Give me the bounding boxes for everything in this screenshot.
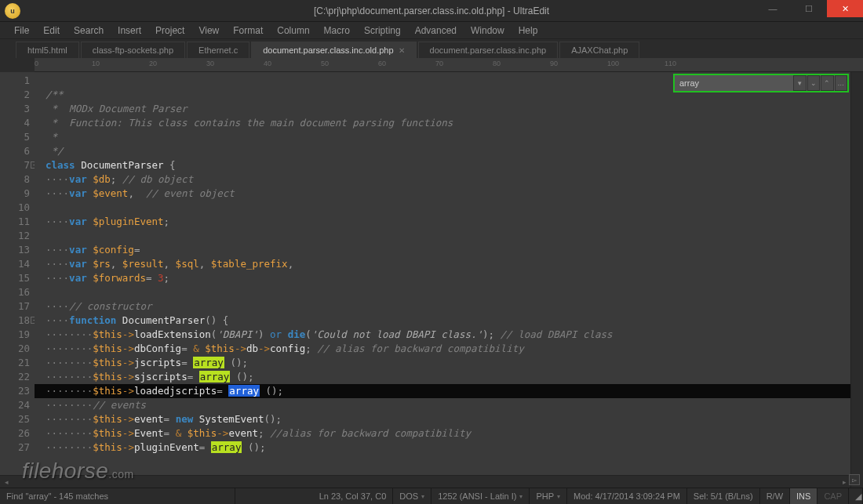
menu-scripting[interactable]: Scripting [358,24,407,38]
status-bar: Find "array" - 145 matches Ln 23, Col 37… [0,488,863,504]
code-line[interactable]: ········// events [46,398,850,412]
tab-close-icon[interactable]: ✕ [399,46,405,55]
code-line[interactable]: ····function DocumentParser() { [46,314,850,328]
status-position: Ln 23, Col 37, C0 [313,488,394,504]
line-number: 22 [0,370,30,384]
code-line[interactable]: ········$this->Event= & $this->event; //… [46,426,850,441]
line-number: 19 [0,328,30,342]
tab-AJAXChat-php[interactable]: AJAXChat.php [559,42,639,58]
code-line[interactable]: ········$this->pluginEvent= array (); [46,441,850,455]
code-line[interactable]: ····var $rs, $result, $sql, $table_prefi… [46,257,850,271]
tab-bar: html5.htmlclass-ftp-sockets.phpEthernet.… [0,39,863,58]
line-number: 3 [0,102,30,116]
code-line[interactable] [46,229,850,243]
search-dropdown-icon[interactable]: ▾ [793,75,807,91]
menu-column[interactable]: Column [271,24,315,38]
app-icon: u [5,3,20,19]
menu-macro[interactable]: Macro [318,24,356,38]
title-bar: u [C:\prj\php\document.parser.class.inc.… [0,0,863,22]
line-number: 5 [0,130,30,144]
tab-document-parser-class-inc-php[interactable]: document.parser.class.inc.php [418,42,559,58]
line-number: 15 [0,271,30,285]
menu-file[interactable]: File [8,24,35,38]
code-line[interactable]: ····// constructor [46,299,850,314]
code-line[interactable]: */ [46,144,850,158]
menu-format[interactable]: Format [227,24,269,38]
tab-html5-html[interactable]: html5.html [16,42,79,58]
code-line[interactable]: ········$this->sjscripts= array (); [46,370,850,384]
corner-button[interactable]: ▻ [849,474,860,485]
search-more-button[interactable]: … [835,75,848,91]
code-line[interactable]: ········$this->dbConfig= & $this->db->co… [46,342,850,356]
menu-bar: FileEditSearchInsertProjectViewFormatCol… [0,22,863,39]
search-prev-button[interactable]: ⌃ [821,75,834,91]
code-line[interactable]: * [46,130,850,144]
menu-edit[interactable]: Edit [37,24,66,38]
code-line[interactable]: ····var $event, // event object [46,187,850,201]
line-number: 16 [0,285,30,299]
code-line[interactable] [46,285,850,299]
line-number: 24 [0,398,30,412]
line-number: 21 [0,356,30,370]
menu-view[interactable]: View [192,24,225,38]
code-editor[interactable]: /** * MODx Document Parser * Function: T… [35,72,850,488]
line-number: 4 [0,116,30,130]
line-number: 9 [0,187,30,201]
menu-project[interactable]: Project [149,24,191,38]
code-line[interactable]: * MODx Document Parser [46,102,850,116]
code-line[interactable]: ····var $db; // db object [46,172,850,187]
code-line[interactable] [46,201,850,215]
status-encoding[interactable]: 1252 (ANSI - Latin I) [432,488,530,504]
status-filetype[interactable]: PHP [530,488,567,504]
tab-Ethernet-c[interactable]: Ethernet.c [187,42,249,58]
code-line[interactable]: * Function: This class contains the main… [46,116,850,130]
status-selection: Sel: 5/1 (B/Lns) [687,488,760,504]
code-line[interactable]: ····var $forwards= 3; [46,271,850,285]
horizontal-scrollbar[interactable]: ◂ ▸ [0,475,850,488]
close-button[interactable]: ✕ [827,0,863,17]
line-number: 7- [0,158,30,172]
code-line[interactable]: ········$this->loadExtension('DBAPI') or… [46,328,850,342]
menu-search[interactable]: Search [67,24,110,38]
ruler: 0102030405060708090100110 [35,58,863,72]
line-number: 23 [0,384,30,398]
vertical-scrollbar[interactable] [850,72,863,488]
line-number: 12 [0,229,30,243]
line-number: 18- [0,314,30,328]
menu-insert[interactable]: Insert [111,24,147,38]
tab-class-ftp-sockets-php[interactable]: class-ftp-sockets.php [81,42,185,58]
code-line[interactable]: ····var $config= [46,243,850,257]
line-number: 26 [0,426,30,441]
line-number: 10 [0,201,30,215]
code-line[interactable]: ········$this->loadedjscripts= array (); [35,384,850,398]
code-line[interactable]: class DocumentParser { [46,158,850,172]
status-corner-icon: ◢ [849,488,863,504]
minimize-button[interactable]: — [755,0,791,17]
line-number: 25 [0,412,30,426]
line-number: 20 [0,342,30,356]
menu-help[interactable]: Help [512,24,544,38]
editor-area: 1234567-89101112131415161718-19202122232… [0,72,863,488]
menu-advanced[interactable]: Advanced [409,24,463,38]
scroll-left-icon[interactable]: ◂ [0,476,13,488]
tab-document-parser-class-inc-old-php[interactable]: document.parser.class.inc.old.php✕ [251,42,416,58]
line-number: 8 [0,172,30,187]
code-line[interactable]: ········$this->event= new SystemEvent(); [46,412,850,426]
menu-window[interactable]: Window [464,24,511,38]
maximize-button[interactable]: ☐ [791,0,827,17]
code-line[interactable]: ····var $pluginEvent; [46,215,850,229]
code-line[interactable]: ········$this->jscripts= array (); [46,356,850,370]
line-number: 17 [0,299,30,314]
search-next-button[interactable]: ⌄ [807,75,821,91]
status-insert-mode[interactable]: INS [790,488,817,504]
line-number: 6 [0,144,30,158]
search-input[interactable] [675,75,792,91]
line-number: 1 [0,74,30,88]
search-panel: ▾ ⌄ ⌃ … [673,74,849,92]
line-number: 2 [0,88,30,102]
status-eol[interactable]: DOS [393,488,432,504]
status-modified: Mod: 4/17/2014 3:09:24 PM [567,488,687,504]
line-number: 13 [0,243,30,257]
status-readwrite[interactable]: R/W [760,488,790,504]
line-number: 14 [0,257,30,271]
